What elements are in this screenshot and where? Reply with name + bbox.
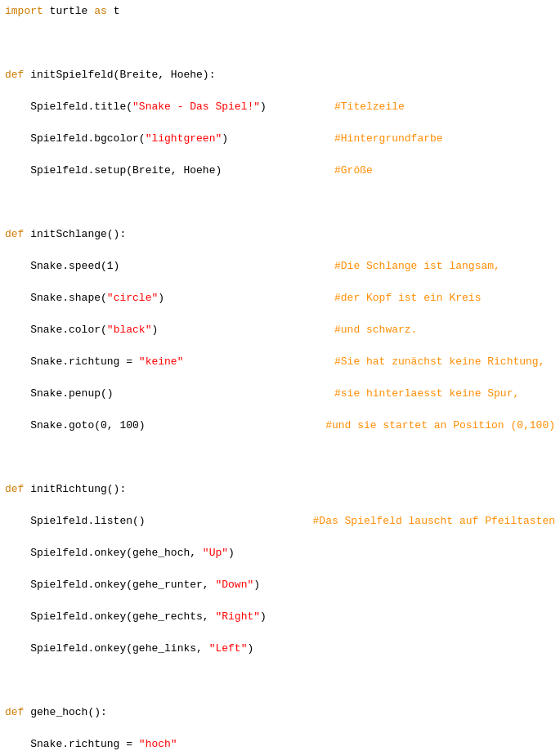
comment-text: #Titelzeile [326,99,555,115]
code-line: import turtle as t [5,3,555,20]
code-text: def gehe_hoch(): [5,704,107,721]
code-line: Spielfeld.bgcolor("lightgreen")#Hintergr… [5,131,555,147]
code-text: Snake.richtung = "hoch" [5,736,177,751]
comment-text: #und schwarz. [326,322,555,338]
code-text: Spielfeld.onkey(gehe_rechts, "Right") [5,609,267,625]
code-text: Spielfeld.onkey(gehe_runter, "Down") [5,577,260,593]
comment-text: #und sie startet an Position (0,100) [317,418,555,434]
code-line: Spielfeld.onkey(gehe_runter, "Down") [5,577,555,593]
code-text: import turtle as t [5,3,119,20]
code-line: Snake.shape("circle")#der Kopf ist ein K… [5,290,555,306]
code-text: def initSpielfeld(Breite, Hoehe): [5,67,215,83]
code-line [5,449,555,466]
code-line: Spielfeld.onkey(gehe_hoch, "Up") [5,545,555,561]
code-line: Spielfeld.setup(Breite, Hoehe)#Größe [5,163,555,179]
code-line: Snake.richtung = "keine"#Sie hat zunächs… [5,354,555,370]
comment-text: #Das Spielfeld lauscht auf Pfeiltasten [305,513,555,530]
comment-text: #Die Schlange ist langsam, [326,258,555,275]
code-line: Snake.color("black")#und schwarz. [5,322,555,338]
code-text [5,449,11,466]
code-line: Spielfeld.onkey(gehe_rechts, "Right") [5,609,555,625]
code-text: Snake.color("black") [5,322,326,338]
code-line: Snake.penup()#sie hinterlaesst keine Spu… [5,386,555,402]
code-text: Snake.penup() [5,386,326,402]
code-text: Snake.richtung = "keine" [5,354,326,370]
code-text [5,673,11,689]
code-line: def initSchlange(): [5,226,555,243]
code-text: Spielfeld.onkey(gehe_links, "Left") [5,641,253,657]
code-line: Snake.richtung = "hoch" [5,736,555,751]
code-line: def initRichtung(): [5,481,555,498]
code-line: Spielfeld.listen()#Das Spielfeld lauscht… [5,513,555,530]
code-text: Spielfeld.onkey(gehe_hoch, "Up") [5,545,235,561]
code-text: Snake.shape("circle") [5,290,326,306]
code-line: def gehe_hoch(): [5,704,555,721]
comment-text: #Größe [326,163,555,179]
code-text [5,35,11,51]
comment-text: #sie hinterlaesst keine Spur, [326,386,555,402]
code-line: Snake.goto(0, 100)#und sie startet an Po… [5,418,555,434]
code-line [5,35,555,51]
code-line [5,673,555,689]
code-text: Spielfeld.setup(Breite, Hoehe) [5,163,326,179]
code-text: Spielfeld.listen() [5,513,305,530]
comment-text: #Sie hat zunächst keine Richtung, [326,354,555,370]
code-text: def initRichtung(): [5,481,126,498]
comment-text: #der Kopf ist ein Kreis [326,290,555,306]
comment-text: #Hintergrundfarbe [326,131,555,147]
code-line: Spielfeld.onkey(gehe_links, "Left") [5,641,555,657]
code-text: Spielfeld.bgcolor("lightgreen") [5,131,326,147]
code-text: Snake.speed(1) [5,258,326,275]
code-line: Snake.speed(1)#Die Schlange ist langsam, [5,258,555,275]
code-line [5,194,555,211]
code-text: Spielfeld.title("Snake - Das Spiel!") [5,99,326,115]
code-editor: import turtle as t def initSpielfeld(Bre… [0,0,560,751]
code-line: Spielfeld.title("Snake - Das Spiel!")#Ti… [5,99,555,115]
code-text: Snake.goto(0, 100) [5,418,317,434]
code-text: def initSchlange(): [5,226,126,243]
code-text [5,194,11,211]
code-line: def initSpielfeld(Breite, Hoehe): [5,67,555,83]
